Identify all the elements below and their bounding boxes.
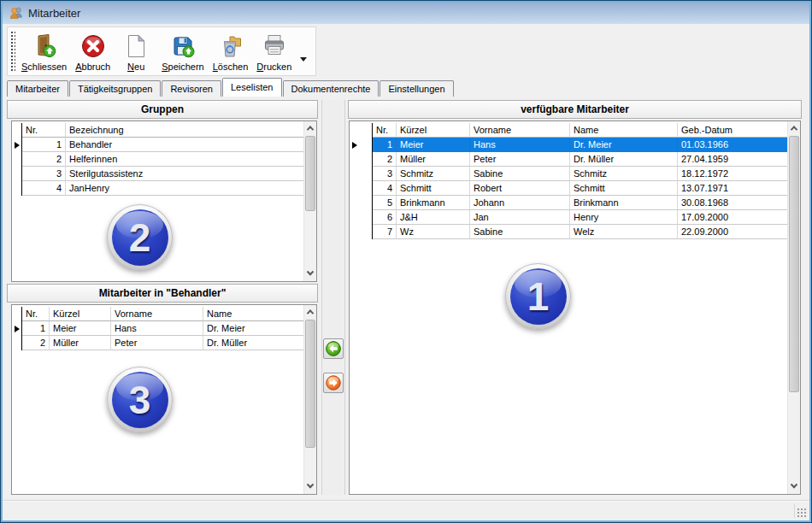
titlebar[interactable]: Mitarbeiter (2, 2, 810, 24)
current-row-arrow-icon (15, 142, 20, 149)
badge-number: 2 (129, 214, 151, 261)
tab-revisoren[interactable]: Revisoren (162, 80, 221, 97)
groups-grid-scrollbar[interactable] (303, 121, 316, 281)
move-right-button[interactable] (323, 373, 344, 393)
table-cell: 6 (373, 210, 397, 225)
table-cell: Wz (397, 225, 470, 239)
current-row-arrow-icon (352, 142, 357, 149)
column-header[interactable]: Vorname (470, 123, 570, 138)
scroll-down-button[interactable] (304, 480, 316, 494)
column-header[interactable]: Nr. (22, 123, 66, 138)
table-cell: Sterilgutassistenz (66, 167, 303, 181)
available-grid-scrollbar[interactable] (787, 121, 800, 494)
tab-leselisten[interactable]: Leselisten (222, 78, 282, 97)
row-indicator-cell (12, 321, 22, 336)
resize-grip[interactable] (797, 508, 806, 517)
table-row[interactable]: 1MeierHansDr. Meier01.03.1966 (350, 138, 787, 152)
table-row[interactable]: 5BrinkmannJohannBrinkmann30.08.1968 (350, 196, 787, 210)
cancel-icon (79, 32, 107, 62)
speichern-button[interactable]: Speichern (157, 28, 209, 73)
column-header[interactable]: Name (203, 307, 303, 321)
green-left-arrow-icon (326, 341, 341, 356)
print-dropdown-arrow-icon[interactable] (300, 57, 307, 62)
toolbar-button-label: Schliessen (21, 62, 67, 73)
move-left-button[interactable] (323, 338, 344, 359)
table-cell: Helferinnen (66, 152, 303, 167)
row-indicator-cell (12, 336, 22, 350)
chevron-up-icon (307, 126, 314, 132)
column-header[interactable]: Kürzel (397, 123, 470, 138)
column-header[interactable]: Bezeichnung (66, 123, 303, 138)
column-header[interactable]: Vorname (111, 307, 203, 321)
row-indicator-cell (12, 167, 22, 181)
scrollbar-thumb[interactable] (305, 136, 315, 211)
row-indicator-cell (350, 123, 373, 138)
toolbar-grip[interactable] (9, 30, 15, 73)
toolbar-button-label: Löschen (213, 62, 249, 73)
column-header[interactable]: Geb.-Datum (678, 123, 787, 138)
scrollbar-thumb[interactable] (305, 320, 315, 448)
table-cell: 1 (22, 321, 50, 336)
row-indicator-cell (350, 225, 373, 239)
table-cell: 30.08.1968 (678, 196, 787, 210)
tab-einstellungen[interactable]: Einstellungen (380, 80, 453, 97)
column-header[interactable]: Kürzel (50, 307, 111, 321)
table-row[interactable]: 2Helferinnen (12, 152, 303, 167)
table-cell: Schmitz (570, 167, 678, 181)
column-header[interactable]: Nr. (373, 123, 397, 138)
table-cell: Sabine (470, 167, 570, 181)
status-separator (794, 503, 795, 518)
row-indicator-cell (350, 196, 373, 210)
neu-button[interactable]: Neu (115, 28, 157, 73)
row-indicator-cell (12, 181, 22, 196)
table-cell: 5 (373, 196, 397, 210)
table-cell: 1 (373, 138, 397, 152)
table-cell: 3 (373, 167, 397, 181)
scroll-up-button[interactable] (788, 121, 800, 135)
new-document-icon (122, 32, 150, 62)
table-row[interactable]: 3Sterilgutassistenz (12, 167, 303, 181)
row-indicator-cell (12, 307, 22, 321)
drucken-button[interactable]: Drucken (252, 28, 296, 73)
available-grid[interactable]: Nr.KürzelVornameNameGeb.-Datum1MeierHans… (349, 120, 801, 495)
orange-right-arrow-icon (326, 375, 341, 391)
scroll-down-button[interactable] (788, 480, 800, 494)
scrollbar-thumb[interactable] (789, 136, 799, 392)
scroll-up-button[interactable] (304, 305, 316, 319)
table-cell: Dr. Meier (203, 321, 303, 336)
table-row[interactable]: 1Behandler (12, 138, 303, 152)
column-header[interactable]: Nr. (22, 307, 50, 321)
header-row: Nr.KürzelVornameNameGeb.-Datum (350, 123, 787, 138)
table-row[interactable]: 6J&HJanHenry17.09.2000 (350, 210, 787, 225)
table-cell: Müller (50, 336, 111, 350)
table-row[interactable]: 3SchmitzSabineSchmitz18.12.1972 (350, 167, 787, 181)
table-row[interactable]: 1MeierHansDr. Meier (12, 321, 303, 336)
table-row[interactable]: 2MüllerPeterDr. Müller27.04.1959 (350, 152, 787, 167)
tab-mitarbeiter[interactable]: Mitarbeiter (7, 80, 68, 97)
table-cell: JanHenry (66, 181, 303, 196)
table-row[interactable]: 2MüllerPeterDr. Müller (12, 336, 303, 350)
table-cell: 18.12.1972 (678, 167, 787, 181)
tab-dokumentenrechte[interactable]: Dokumentenrechte (283, 80, 380, 97)
table-row[interactable]: 4JanHenry (12, 181, 303, 196)
scroll-down-button[interactable] (304, 267, 316, 281)
header-row: Nr.Bezeichnung (12, 123, 303, 138)
table-row[interactable]: 7WzSabineWelz22.09.2000 (350, 225, 787, 239)
schliessen-button[interactable]: Schliessen (17, 28, 71, 73)
row-indicator-cell (350, 138, 373, 152)
tab-tatigkeitsgruppen[interactable]: Tätigkeitsgruppen (69, 80, 161, 97)
scroll-up-button[interactable] (304, 121, 316, 135)
column-header[interactable]: Name (570, 123, 678, 138)
loschen-button[interactable]: Löschen (209, 28, 253, 73)
row-indicator-cell (12, 123, 22, 138)
members-grid-scrollbar[interactable] (303, 305, 316, 494)
table-cell: 01.03.1966 (678, 138, 787, 152)
toolbar-button-label: Abbruch (75, 62, 110, 73)
table-cell: Dr. Müller (570, 152, 678, 167)
row-indicator-cell (350, 210, 373, 225)
table-row[interactable]: 4SchmittRobertSchmitt13.07.1971 (350, 181, 787, 196)
abbruch-button[interactable]: Abbruch (71, 28, 115, 73)
table-cell: Dr. Müller (203, 336, 303, 350)
save-icon (169, 32, 197, 62)
print-icon (261, 32, 288, 62)
